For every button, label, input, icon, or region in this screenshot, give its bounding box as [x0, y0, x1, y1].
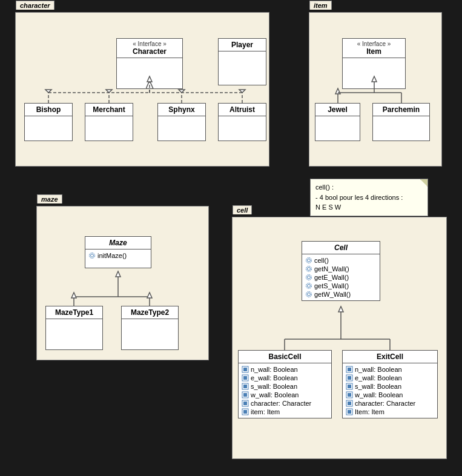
svg-rect-15 [243, 376, 247, 380]
class-MazeType1-body [46, 319, 102, 349]
class-Player: Player [218, 38, 266, 85]
class-Altruist-header: Altruist [219, 104, 266, 116]
svg-rect-13 [243, 368, 247, 371]
class-Player-header: Player [219, 39, 266, 51]
attr-icon-wwall [242, 391, 249, 398]
class-Jewel-name: Jewel [318, 105, 357, 114]
class-Bishop-header: Bishop [25, 104, 72, 116]
exitcell-attr-ewall: e_wall: Boolean [346, 374, 434, 382]
svg-rect-35 [348, 410, 351, 414]
class-ExitCell-name: ExitCell [346, 352, 434, 361]
class-Sphynx-header: Sphynx [158, 104, 205, 116]
cell-method-getS: getS_Wall() [305, 282, 377, 290]
class-Merchant-name: Merchant [88, 105, 130, 114]
package-character-tab: character [16, 1, 54, 10]
basiccell-attr-wwall: w_wall: Boolean [242, 391, 328, 399]
svg-point-11 [306, 292, 312, 297]
exitcell-attr-item: Item: Item [346, 408, 434, 416]
package-cell-tab: cell [233, 205, 252, 214]
gear-icon-getw [305, 291, 312, 298]
class-Maze-header: Maze [85, 237, 151, 250]
package-maze-tab: maze [37, 194, 62, 203]
gear-icon [88, 252, 96, 259]
exitcell-attr-nwall: n_wall: Boolean [346, 365, 434, 374]
exit-attr-icon-wwall [346, 391, 353, 398]
class-Merchant: Merchant [85, 103, 133, 141]
class-MazeType1-header: MazeType1 [46, 306, 102, 319]
package-item: item [309, 12, 442, 167]
note-text: cell() : - 4 bool pour les 4 directions … [315, 182, 423, 213]
class-Merchant-body [85, 116, 133, 140]
class-ExitCell: ExitCell n_wall: Boolean e_wall: Boolean [342, 350, 438, 418]
exitcell-attr-wwall: w_wall: Boolean [346, 391, 434, 399]
class-Player-body [219, 51, 266, 85]
exit-attr-icon-character [346, 400, 353, 407]
svg-point-7 [306, 275, 312, 280]
package-cell-label: cell [237, 207, 248, 214]
class-Altruist-name: Altruist [222, 105, 263, 114]
class-Maze-body: initMaze() [85, 250, 151, 268]
class-Cell-name: Cell [305, 243, 377, 252]
class-Item: « Interface » Item [342, 38, 406, 89]
basiccell-attr-item: item: Item [242, 408, 328, 416]
svg-point-8 [308, 285, 311, 288]
svg-point-9 [306, 283, 312, 289]
svg-point-4 [308, 268, 311, 271]
diagram-area: character item maze cell « Interface » C… [0, 0, 462, 476]
class-Parchemin-header: Parchemin [373, 104, 429, 116]
class-Bishop: Bishop [24, 103, 73, 141]
exitcell-attr-swall: s_wall: Boolean [346, 382, 434, 391]
class-BasicCell-body: n_wall: Boolean e_wall: Boolean s_wall: … [239, 363, 331, 418]
maze-method-label: initMaze() [97, 252, 127, 259]
class-BasicCell-header: BasicCell [239, 351, 331, 363]
svg-rect-19 [243, 393, 247, 397]
class-Sphynx-body [158, 116, 205, 140]
class-Parchemin: Parchemin [372, 103, 430, 141]
class-Maze: Maze initMaze() [85, 236, 151, 268]
attr-icon-swall [242, 383, 249, 390]
svg-point-1 [90, 253, 95, 259]
attr-icon-character [242, 400, 249, 407]
class-Cell-header: Cell [302, 242, 380, 254]
class-Jewel: Jewel [315, 103, 360, 141]
class-BasicCell-name: BasicCell [242, 352, 328, 361]
class-Item-header: « Interface » Item [343, 39, 405, 58]
class-Maze-name: Maze [88, 239, 148, 247]
basiccell-attr-swall: s_wall: Boolean [242, 382, 328, 391]
svg-point-6 [308, 276, 311, 279]
package-item-tab: item [309, 1, 332, 10]
svg-rect-31 [348, 393, 351, 397]
class-Altruist-body [219, 116, 266, 140]
svg-point-10 [308, 293, 311, 296]
class-Cell: Cell cell() getN_Wall() [302, 241, 380, 301]
class-ExitCell-body: n_wall: Boolean e_wall: Boolean s_wall: … [343, 363, 437, 418]
svg-rect-17 [243, 385, 247, 388]
svg-rect-23 [243, 410, 247, 414]
exit-attr-icon-ewall [346, 374, 353, 382]
class-MazeType2-name: MazeType2 [125, 308, 175, 317]
class-Maze-method-initMaze: initMaze() [88, 251, 148, 260]
class-Parchemin-body [373, 116, 429, 140]
class-MazeType2-header: MazeType2 [122, 306, 178, 319]
class-Sphynx: Sphynx [157, 103, 206, 141]
class-Item-stereotype: « Interface » [346, 41, 402, 47]
class-MazeType2: MazeType2 [121, 306, 179, 350]
exit-attr-icon-nwall [346, 366, 353, 373]
exit-attr-icon-item [346, 408, 353, 415]
svg-rect-33 [348, 402, 351, 405]
exitcell-attr-character: character: Character [346, 399, 434, 408]
class-ExitCell-header: ExitCell [343, 351, 437, 363]
svg-point-2 [308, 259, 311, 262]
class-Bishop-name: Bishop [28, 105, 69, 114]
class-Cell-body: cell() getN_Wall() getE_Wall() [302, 254, 380, 300]
svg-point-3 [306, 258, 312, 263]
class-Item-name: Item [346, 47, 402, 56]
attr-icon-ewall [242, 374, 249, 382]
gear-icon-cell [305, 257, 312, 264]
basiccell-attr-character: character: Character [242, 399, 328, 408]
note-cell: cell() : - 4 bool pour les 4 directions … [310, 179, 428, 216]
class-Character-header: « Interface » Character [117, 39, 182, 58]
gear-icon-gete [305, 274, 312, 281]
package-character: character [15, 12, 269, 167]
cell-method-getE: getE_Wall() [305, 273, 377, 282]
